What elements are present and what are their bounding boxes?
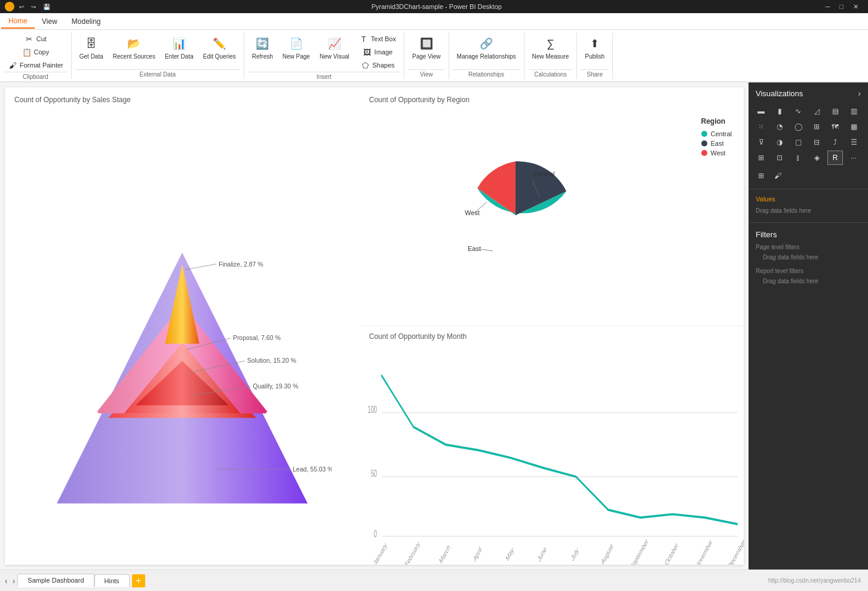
- viz-icon-scatter[interactable]: ⁙: [753, 120, 769, 134]
- insert-small-col: T Text Box 🖼 Image ⬠ Shapes: [355, 32, 400, 72]
- refresh-button[interactable]: 🔄 Refresh: [248, 32, 277, 63]
- page-tab-sample[interactable]: Sample Dashboard: [17, 574, 94, 587]
- viz-icon-waterfall[interactable]: ⫿: [790, 151, 806, 165]
- clipboard-label: Clipboard: [4, 72, 68, 81]
- edit-queries-button[interactable]: ✏️ Edit Queries: [199, 32, 240, 63]
- viz-icon-grid2[interactable]: ⊞: [753, 169, 769, 183]
- external-data-label: External Data: [75, 69, 240, 79]
- relationships-buttons: 🔗 Manage Relationships: [453, 32, 520, 69]
- line-chart-container: Count of Opportunity by Month 0 50 100: [360, 326, 744, 565]
- clipboard-buttons: ✂ Cut 📋 Copy 🖌 Format Painter: [4, 32, 68, 72]
- copy-button[interactable]: 📋 Copy: [4, 45, 68, 59]
- new-measure-button[interactable]: ∑ New Measure: [528, 32, 573, 63]
- viz-page-filters-drag[interactable]: Drag data fields here: [756, 252, 861, 265]
- viz-report-filters-drag[interactable]: Drag data fields here: [756, 275, 861, 289]
- ribbon-group-calculations: ∑ New Measure Calculations: [525, 32, 578, 79]
- pie-legend-west: West: [701, 149, 732, 157]
- viz-panel-header: Visualizations ›: [749, 82, 868, 102]
- undo-btn[interactable]: ↩: [17, 4, 26, 10]
- new-visual-icon: 📈: [326, 35, 343, 52]
- svg-line-0: [185, 264, 216, 270]
- menu-tab-home[interactable]: Home: [1, 14, 35, 29]
- viz-icon-bar[interactable]: ▬: [753, 104, 769, 118]
- viz-divider: [749, 189, 868, 189]
- viz-icon-matrix[interactable]: ⊡: [772, 151, 787, 165]
- shapes-button[interactable]: ⬠ Shapes: [355, 59, 400, 72]
- svg-line-15: [481, 249, 493, 251]
- maximize-btn[interactable]: □: [835, 0, 848, 13]
- new-page-button[interactable]: 📄 New Page: [278, 32, 314, 63]
- svg-line-13: [474, 202, 487, 213]
- viz-icon-slicer[interactable]: ☰: [846, 135, 861, 149]
- svg-text:Lead, 55.03 %: Lead, 55.03 %: [293, 466, 332, 472]
- viz-icon-area[interactable]: ◿: [809, 104, 824, 118]
- svg-text:East: East: [468, 245, 481, 252]
- viz-icon-donut[interactable]: ◯: [790, 120, 806, 134]
- svg-text:Proposal, 7.60 %: Proposal, 7.60 %: [233, 334, 281, 341]
- save-btn[interactable]: 💾: [41, 4, 53, 10]
- enter-data-button[interactable]: 📊 Enter Data: [161, 32, 198, 63]
- viz-icon-kpi[interactable]: ⤴: [827, 135, 843, 149]
- viz-icon-column[interactable]: ▮: [772, 104, 787, 118]
- tab-nav-right[interactable]: ›: [10, 576, 18, 586]
- format-painter-button[interactable]: 🖌 Format Painter: [4, 59, 68, 72]
- viz-icon-custom2[interactable]: R: [827, 151, 843, 165]
- cut-button[interactable]: ✂ Cut: [4, 32, 68, 45]
- get-data-button[interactable]: 🗄 Get Data: [75, 32, 108, 63]
- svg-text:0: 0: [374, 528, 377, 539]
- pie-chart-title: Count of Opportunity by Region: [360, 87, 744, 104]
- new-visual-button[interactable]: 📈 New Visual: [315, 32, 354, 63]
- viz-icon-custom1[interactable]: ◈: [809, 151, 824, 165]
- add-page-btn[interactable]: +: [132, 574, 145, 587]
- viz-values-label: Values: [749, 193, 868, 205]
- svg-text:November: November: [694, 537, 713, 565]
- redo-btn[interactable]: ↪: [29, 4, 38, 10]
- viz-row2: ⊞ 🖌: [749, 167, 868, 185]
- viz-icon-funnel[interactable]: ⊽: [753, 135, 769, 149]
- viz-filters-title: Filters: [756, 226, 861, 241]
- pie-svg-container: Central West East: [360, 105, 672, 326]
- viz-icon-card[interactable]: ▢: [790, 135, 806, 149]
- viz-values-drag[interactable]: Drag data fields here: [749, 205, 868, 219]
- svg-text:September: September: [629, 536, 649, 565]
- viz-icon-pie[interactable]: ◔: [772, 120, 787, 134]
- publish-button[interactable]: ⬆ Publish: [581, 32, 609, 63]
- viz-icon-gauge[interactable]: ◑: [772, 135, 787, 149]
- menu-tab-view[interactable]: View: [35, 15, 65, 28]
- viz-icon-stacked-bar[interactable]: ▤: [827, 104, 843, 118]
- text-box-button[interactable]: T Text Box: [355, 32, 400, 45]
- image-button[interactable]: 🖼 Image: [355, 45, 400, 59]
- ribbon-group-share: ⬆ Publish Share: [577, 32, 613, 79]
- viz-icon-map[interactable]: 🗺: [827, 120, 843, 134]
- viz-icon-table[interactable]: ⊞: [753, 151, 769, 165]
- clipboard-col: ✂ Cut 📋 Copy 🖌 Format Painter: [4, 32, 68, 72]
- canvas[interactable]: Count of Opportunity by Sales Stage: [0, 82, 749, 569]
- viz-panel-expand-btn[interactable]: ›: [858, 88, 861, 98]
- viz-icon-treemap[interactable]: ⊞: [809, 120, 824, 134]
- line-chart-title: Count of Opportunity by Month: [360, 326, 744, 341]
- close-btn[interactable]: ✕: [848, 0, 863, 13]
- pie-chart-container: Count of Opportunity by Region: [360, 87, 744, 326]
- viz-panel: Visualizations › ▬ ▮ ∿ ◿ ▤ ▥ ⁙ ◔ ◯ ⊞ 🗺 ▦…: [749, 82, 868, 569]
- legend-central-dot: [701, 131, 707, 137]
- minimize-btn[interactable]: ─: [821, 0, 835, 13]
- page-view-button[interactable]: 🔲 Page View: [408, 32, 445, 63]
- page-tab-hints[interactable]: Hints: [94, 574, 130, 587]
- viz-icon-multi-card[interactable]: ⊟: [809, 135, 824, 149]
- viz-icon-more[interactable]: ···: [846, 151, 861, 165]
- pie-legend-east: East: [701, 140, 732, 147]
- pyramid-svg-container: Finalize, 2.87 % Proposal, 7.60 % Soluti…: [5, 105, 360, 565]
- menu-tab-modeling[interactable]: Modeling: [65, 15, 108, 28]
- tab-nav-left[interactable]: ‹: [2, 576, 10, 586]
- viz-icon-100-bar[interactable]: ▥: [846, 104, 861, 118]
- image-icon: 🖼: [363, 47, 372, 57]
- line-path: [381, 375, 738, 523]
- svg-text:January: January: [372, 540, 388, 565]
- manage-relationships-button[interactable]: 🔗 Manage Relationships: [453, 32, 520, 63]
- shapes-icon: ⬠: [360, 60, 370, 70]
- recent-sources-button[interactable]: 📂 Recent Sources: [109, 32, 160, 63]
- viz-icon-filled-map[interactable]: ▦: [846, 120, 861, 134]
- viz-icon-format[interactable]: 🖌: [770, 169, 786, 183]
- calculations-label: Calculations: [528, 69, 573, 79]
- viz-icon-line[interactable]: ∿: [790, 104, 806, 118]
